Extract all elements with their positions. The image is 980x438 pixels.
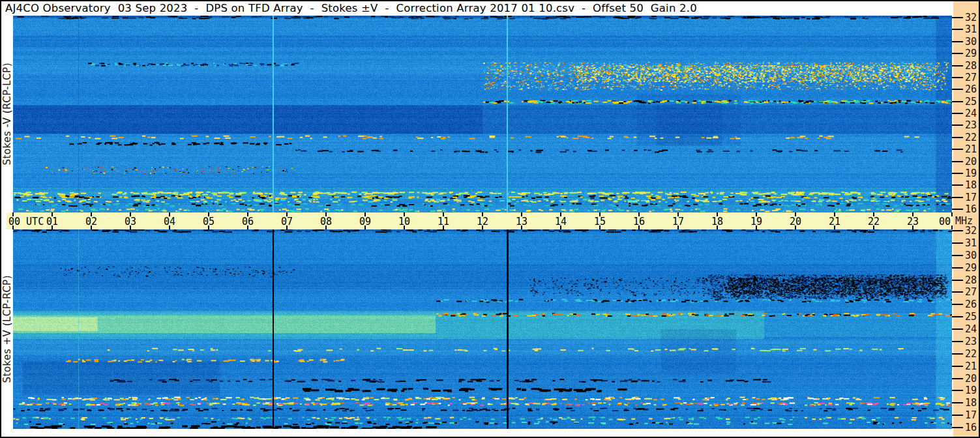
hour-label: 04 (164, 216, 175, 227)
freq-label: 24 (965, 323, 978, 335)
hour-label: 05 (203, 216, 215, 227)
freq-label: 30 (965, 36, 978, 48)
freq-label: 18 (965, 397, 978, 409)
freq-tick (951, 41, 963, 42)
freq-label: 25 (965, 311, 978, 323)
freq-label: 22 (965, 132, 978, 143)
freq-tick (951, 230, 963, 231)
freq-label: 29 (965, 262, 978, 274)
hour-label: 03 (125, 216, 136, 227)
hour-label: 11 (438, 216, 449, 227)
freq-tick (951, 341, 963, 342)
freq-label: 26 (965, 299, 978, 310)
freq-label: 21 (965, 360, 978, 372)
freq-label: 32 (965, 12, 978, 23)
freq-label: 25 (965, 96, 978, 108)
freq-label: 21 (965, 143, 978, 155)
freq-tick (951, 280, 963, 281)
hour-label: 06 (242, 216, 254, 227)
hour-label: 09 (359, 216, 371, 227)
freq-label: 17 (965, 192, 978, 203)
hour-label: 01 (46, 216, 58, 227)
app-window: AJ4CO Observatory 03 Sep 2023 - DPS on T… (0, 0, 980, 438)
freq-label: 28 (965, 274, 978, 286)
freq-tick (951, 328, 963, 330)
hour-label: 02 (85, 216, 97, 227)
freq-tick (951, 65, 963, 66)
freq-tick (951, 149, 963, 150)
hour-tick (951, 226, 953, 229)
plot-title: AJ4CO Observatory 03 Sep 2023 - DPS on T… (5, 1, 697, 16)
freq-tick (951, 89, 963, 90)
freq-label: 16 (965, 203, 978, 215)
freq-tick (951, 124, 963, 126)
hour-label: 13 (516, 216, 527, 227)
freq-label: 32 (965, 225, 978, 237)
freq-label: 16 (965, 422, 978, 433)
freq-tick (951, 113, 963, 114)
panel-label-stokes-minus-v: Stokes -V (RCP-LCP) (1, 16, 13, 212)
hour-label: 00 (939, 216, 951, 227)
freq-label: 31 (965, 237, 978, 249)
hour-label: 12 (477, 216, 488, 227)
freq-label: 19 (965, 385, 978, 396)
freq-label: 19 (965, 168, 978, 179)
freq-label: 23 (965, 119, 978, 131)
panel-label-text: Stokes -V (RCP-LCP) (1, 63, 13, 165)
freq-label: 28 (965, 60, 978, 72)
hour-label: 00 UTC (8, 216, 44, 227)
freq-label: 29 (965, 48, 978, 59)
freq-tick (951, 17, 963, 18)
freq-tick (951, 242, 963, 244)
freq-tick (951, 184, 963, 186)
freq-tick (951, 173, 963, 174)
spectrogram-bottom (13, 229, 952, 429)
freq-tick (951, 353, 963, 355)
freq-tick (951, 402, 963, 403)
freq-label: 23 (965, 336, 978, 347)
hour-label: 19 (750, 216, 762, 227)
panel-label-text: Stokes +V (LCP-RCP) (1, 275, 13, 383)
hour-label: 20 (790, 216, 801, 227)
freq-label: 22 (965, 348, 978, 360)
time-axis: 00 UTC0102030405060708091011121314151617… (7, 212, 953, 229)
hour-label: 08 (320, 216, 332, 227)
hour-label: 17 (672, 216, 684, 227)
freq-tick (951, 255, 963, 256)
hour-label: 22 (868, 216, 880, 227)
hour-label: 23 (907, 216, 919, 227)
freq-tick (951, 427, 963, 428)
freq-label: 24 (965, 108, 978, 119)
freq-tick (951, 415, 963, 416)
freq-tick (951, 137, 963, 138)
freq-label: 18 (965, 179, 978, 191)
freq-tick (951, 101, 963, 102)
freq-label: 27 (965, 286, 978, 298)
hour-label: 10 (398, 216, 410, 227)
freq-label: 30 (965, 250, 978, 261)
freq-tick (951, 267, 963, 269)
freq-label: 20 (965, 156, 978, 168)
freq-tick (951, 29, 963, 30)
freq-tick (951, 77, 963, 78)
hour-tick (951, 212, 953, 216)
hour-label: 07 (281, 216, 293, 227)
hour-label: 15 (594, 216, 606, 227)
frequency-axis-strip: MHz3231302928272625242322212019181716323… (953, 1, 979, 437)
freq-tick (951, 53, 963, 54)
freq-tick (951, 390, 963, 391)
freq-label: 27 (965, 72, 978, 83)
freq-tick (951, 378, 963, 379)
hour-label: 18 (711, 216, 723, 227)
hour-label: 16 (633, 216, 645, 227)
freq-tick (951, 197, 963, 198)
freq-label: 17 (965, 409, 978, 421)
freq-tick (951, 209, 963, 210)
freq-label: 26 (965, 83, 978, 95)
freq-tick (951, 316, 963, 317)
freq-tick (951, 366, 963, 367)
hour-label: 14 (555, 216, 567, 227)
freq-tick (951, 304, 963, 305)
freq-label: 20 (965, 373, 978, 385)
panel-label-stokes-plus-v: Stokes +V (LCP-RCP) (1, 229, 13, 429)
